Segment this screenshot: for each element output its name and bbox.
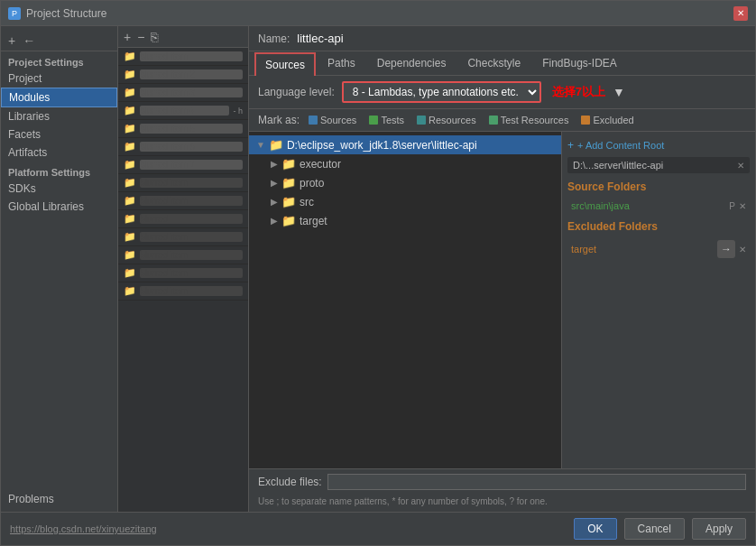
excluded-folder-remove-button[interactable]: ✕ bbox=[739, 245, 746, 254]
tree-root-item[interactable]: ▼ 📁 D:\eclipse_work_jdk1.8\server\little… bbox=[249, 135, 561, 154]
folder-icon: 📁 bbox=[124, 213, 136, 225]
source-folder-path: src\main\java bbox=[571, 200, 630, 211]
tests-mark-icon bbox=[369, 116, 378, 125]
apply-button[interactable]: Apply bbox=[692, 518, 746, 540]
list-item[interactable]: 📁 blurred item bbox=[118, 264, 248, 282]
name-row: Name: littlec-api bbox=[249, 26, 755, 51]
tree-item-src[interactable]: ▶ 📁 src bbox=[249, 192, 561, 211]
sidebar-item-artifacts[interactable]: Artifacts bbox=[1, 143, 117, 162]
sidebar: + ← Project Settings Project Modules Lib… bbox=[1, 26, 118, 512]
list-item[interactable]: 📁 blurred item bbox=[118, 228, 248, 246]
add-content-root-button[interactable]: + + Add Content Root bbox=[567, 137, 750, 153]
title-bar: P Project Structure ✕ bbox=[1, 1, 755, 26]
exclude-files-input[interactable] bbox=[327, 474, 746, 490]
project-structure-dialog: P Project Structure ✕ + ← Project Settin… bbox=[0, 0, 756, 546]
mark-test-resources-button[interactable]: Test Resources bbox=[485, 114, 573, 126]
list-item[interactable]: 📁 blurred item 5 bbox=[118, 120, 248, 138]
list-item[interactable]: 📁 blurred item bbox=[118, 174, 248, 192]
sidebar-item-libraries[interactable]: Libraries bbox=[1, 107, 117, 125]
module-copy-button[interactable]: ⎘ bbox=[149, 30, 160, 44]
content-root-path-row: D:\...server\littlec-api ✕ bbox=[567, 157, 750, 173]
sidebar-item-global-libraries[interactable]: Global Libraries bbox=[1, 198, 117, 216]
tab-sources[interactable]: Sources bbox=[254, 52, 316, 76]
list-item[interactable]: 📁 blurred item bbox=[118, 48, 248, 66]
list-item[interactable]: 📁 blurred bbox=[118, 210, 248, 228]
project-settings-label: Project Settings bbox=[1, 51, 117, 69]
exclude-files-row: Exclude files: bbox=[249, 468, 755, 495]
mark-sources-button[interactable]: Sources bbox=[305, 114, 360, 126]
folder-icon: 📁 bbox=[281, 157, 296, 171]
mark-tests-button[interactable]: Tests bbox=[365, 114, 408, 126]
list-item[interactable]: 📁 blurred item bbox=[118, 282, 248, 301]
list-item[interactable]: 📁 blurred item bbox=[118, 246, 248, 264]
tab-checkstyle[interactable]: Checkstyle bbox=[457, 51, 530, 75]
tree-item-executor[interactable]: ▶ 📁 executor bbox=[249, 154, 561, 173]
folder-icon: 📁 bbox=[124, 141, 136, 153]
sidebar-back-button[interactable]: ← bbox=[21, 33, 37, 48]
module-add-button[interactable]: + bbox=[122, 30, 133, 44]
sidebar-item-facets[interactable]: Facets bbox=[1, 125, 117, 143]
source-folder-actions: P ✕ bbox=[729, 201, 746, 211]
folder-icon: 📁 bbox=[281, 176, 296, 190]
dropdown-arrow-icon: ▼ bbox=[613, 85, 625, 99]
help-link[interactable]: https://blog.csdn.net/xinyuezitang bbox=[10, 523, 157, 534]
module-name-value: littlec-api bbox=[297, 32, 343, 45]
folder-icon: 📁 bbox=[124, 51, 136, 62]
module-list: + − ⎘ 📁 blurred item 📁 blurred item 2 📁 … bbox=[118, 26, 249, 512]
list-item[interactable]: 📁 blurred item 4 - h bbox=[118, 102, 248, 120]
remove-content-root-button[interactable]: ✕ bbox=[737, 161, 744, 171]
ok-button[interactable]: OK bbox=[574, 518, 616, 540]
folder-icon: 📁 bbox=[124, 69, 136, 80]
sidebar-item-project[interactable]: Project bbox=[1, 69, 117, 88]
source-folder-edit-button[interactable]: P bbox=[729, 201, 735, 211]
file-tree: ▼ 📁 D:\eclipse_work_jdk1.8\server\little… bbox=[249, 132, 561, 468]
language-level-select[interactable]: 8 - Lambdas, type annotations etc. bbox=[342, 81, 541, 103]
folder-icon: 📁 bbox=[124, 87, 136, 98]
exclude-files-hint: Use ; to separate name patterns, * for a… bbox=[249, 495, 755, 512]
tree-item-proto[interactable]: ▶ 📁 proto bbox=[249, 173, 561, 192]
mark-resources-button[interactable]: Resources bbox=[413, 114, 480, 126]
excluded-folder-path: target bbox=[571, 244, 596, 254]
excluded-folder-item: target → ✕ bbox=[567, 238, 750, 260]
chevron-right-icon: ▶ bbox=[271, 197, 278, 207]
sidebar-toolbar: + ← bbox=[1, 30, 117, 51]
test-resources-mark-icon bbox=[489, 116, 498, 125]
folder-icon: 📁 bbox=[124, 285, 136, 297]
folder-icon: 📁 bbox=[124, 177, 136, 189]
folder-icon: 📁 bbox=[124, 123, 136, 134]
list-item[interactable]: 📁 blurred item 7 bbox=[118, 156, 248, 174]
tree-item-target[interactable]: ▶ 📁 target bbox=[249, 211, 561, 230]
list-item[interactable]: 📁 blurred item bbox=[118, 192, 248, 210]
chevron-right-icon: ▶ bbox=[271, 159, 278, 169]
tab-paths[interactable]: Paths bbox=[318, 51, 365, 75]
list-item[interactable]: 📁 blurred item 2 bbox=[118, 66, 248, 84]
mark-excluded-button[interactable]: Excluded bbox=[577, 114, 637, 126]
chevron-down-icon: ▼ bbox=[256, 140, 265, 150]
folder-icon: 📁 bbox=[124, 159, 136, 171]
tabs-row: Sources Paths Dependencies Checkstyle Fi… bbox=[249, 51, 755, 76]
content-area: ▼ 📁 D:\eclipse_work_jdk1.8\server\little… bbox=[249, 132, 755, 468]
sidebar-item-modules[interactable]: Modules bbox=[1, 88, 117, 107]
language-row: Language level: 8 - Lambdas, type annota… bbox=[249, 76, 755, 109]
module-remove-button[interactable]: − bbox=[135, 30, 146, 44]
list-item[interactable]: 📁 blurred item 6 bbox=[118, 138, 248, 156]
module-toolbar: + − ⎘ bbox=[118, 26, 248, 48]
mark-as-label: Mark as: bbox=[258, 114, 300, 126]
source-folder-remove-button[interactable]: ✕ bbox=[739, 201, 746, 211]
source-folders-label: Source Folders bbox=[567, 177, 750, 195]
close-button[interactable]: ✕ bbox=[733, 6, 748, 21]
tab-findbugs[interactable]: FindBugs-IDEA bbox=[532, 51, 627, 75]
folder-icon: 📁 bbox=[124, 249, 136, 261]
app-icon: P bbox=[8, 7, 21, 20]
list-item[interactable]: 📁 blurred item 3 bbox=[118, 84, 248, 102]
folder-icon: 📁 bbox=[281, 214, 296, 227]
sidebar-add-button[interactable]: + bbox=[6, 33, 17, 48]
language-label: Language level: bbox=[258, 86, 335, 98]
folder-icon: 📁 bbox=[124, 231, 136, 243]
sidebar-item-sdks[interactable]: SDKs bbox=[1, 180, 117, 198]
tab-dependencies[interactable]: Dependencies bbox=[367, 51, 456, 75]
cancel-button[interactable]: Cancel bbox=[624, 518, 685, 540]
folder-icon: 📁 bbox=[124, 267, 136, 279]
sidebar-item-problems[interactable]: Problems bbox=[1, 490, 117, 508]
excluded-folder-navigate-button[interactable]: → bbox=[717, 240, 735, 258]
